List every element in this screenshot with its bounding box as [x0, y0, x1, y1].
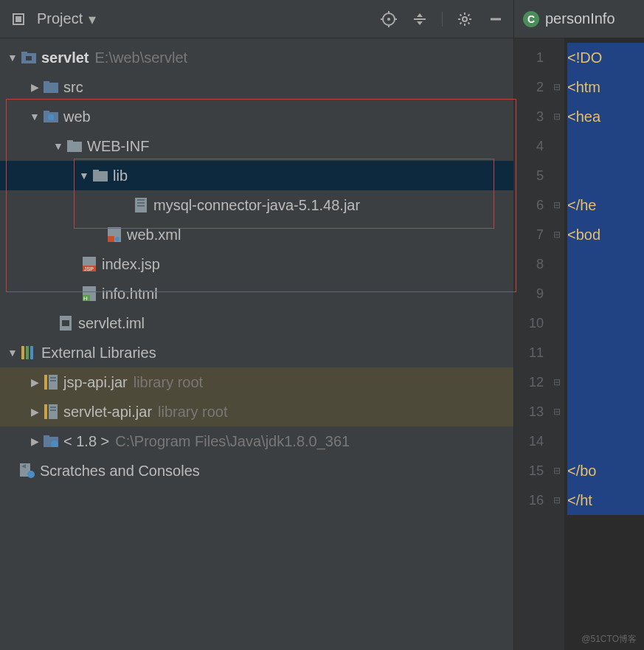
libraries-icon — [21, 345, 37, 361]
expand-icon[interactable] — [411, 10, 429, 28]
gear-icon[interactable] — [456, 10, 474, 28]
svg-text:H: H — [83, 295, 88, 301]
tree-indexjsp[interactable]: JSP index.jsp — [0, 249, 513, 279]
svg-marker-10 — [417, 21, 423, 25]
tree-scratches[interactable]: Scratches and Consoles — [0, 456, 513, 485]
svg-rect-42 — [30, 346, 33, 359]
watermark: @51CTO博客 — [581, 633, 637, 646]
library-root-label-2: library root — [158, 404, 227, 421]
minimize-icon[interactable] — [487, 10, 505, 28]
project-label: Project — [37, 10, 83, 27]
svg-text:JSP: JSP — [84, 266, 94, 272]
tree-webinf[interactable]: ▼ WEB-INF — [0, 131, 513, 161]
code-area[interactable]: <!DO <htm <hea </he <bod </bo </ht — [564, 38, 644, 650]
svg-rect-23 — [93, 171, 108, 181]
jar-lib-icon — [43, 404, 59, 420]
html-icon: H — [81, 286, 97, 302]
chevron-down-icon: ▼ — [52, 140, 65, 152]
tree-servletiml[interactable]: servlet.iml — [0, 308, 513, 338]
servletiml-label: servlet.iml — [78, 315, 145, 332]
svg-rect-49 — [50, 407, 56, 408]
editor-tabs: C personInfo — [514, 0, 644, 38]
svg-point-31 — [115, 237, 120, 241]
external-libs-label: External Libraries — [41, 345, 156, 362]
svg-rect-30 — [108, 236, 114, 242]
divider — [442, 12, 443, 27]
svg-rect-40 — [21, 346, 24, 359]
svg-rect-26 — [137, 199, 145, 201]
tree-external-libs[interactable]: ▼ External Libraries — [0, 338, 513, 367]
svg-rect-28 — [137, 205, 145, 207]
svg-point-56 — [27, 471, 35, 478]
folder-icon — [92, 167, 108, 184]
jar-icon — [133, 197, 149, 213]
jdk-path: C:\Program Files\Java\jdk1.8.0_361 — [115, 433, 350, 450]
chevron-right-icon: ▶ — [28, 81, 41, 93]
svg-point-3 — [387, 18, 390, 21]
scratches-label: Scratches and Consoles — [40, 463, 200, 480]
jsp-api-label: jsp-api.jar — [63, 374, 128, 391]
lib-label: lib — [113, 167, 128, 184]
tree-webxml[interactable]: web.xml — [0, 220, 513, 249]
chevron-right-icon: ▶ — [28, 406, 41, 418]
tree-jsp-api[interactable]: ▶ jsp-api.jar library root — [0, 367, 513, 397]
svg-point-20 — [48, 114, 54, 120]
fold-gutter: ⊟⊟⊟⊟⊟⊟⊟⊟ — [550, 38, 564, 650]
svg-rect-21 — [67, 142, 82, 152]
editor-panel: C personInfo 12345678910111213141516 ⊟⊟⊟… — [514, 0, 644, 650]
scratches-icon — [19, 463, 35, 479]
tree-jdk[interactable]: ▶ < 1.8 > C:\Program Files\Java\jdk1.8.0… — [0, 426, 513, 456]
svg-rect-43 — [44, 375, 47, 390]
tree-infohtml[interactable]: H info.html — [0, 279, 513, 308]
project-toolbar: Project ▾ — [0, 0, 513, 38]
module-icon — [21, 49, 37, 66]
tree-src[interactable]: ▶ src — [0, 72, 513, 102]
svg-rect-39 — [62, 320, 69, 326]
tree-servlet-api[interactable]: ▶ servlet-api.jar library root — [0, 397, 513, 426]
chevron-down-icon: ▼ — [6, 52, 19, 63]
svg-rect-50 — [50, 409, 56, 411]
svg-rect-15 — [26, 56, 32, 60]
folder-icon — [43, 79, 59, 95]
tree-root[interactable]: ▼ servlet E:\web\servlet — [0, 43, 513, 72]
svg-rect-1 — [15, 16, 21, 22]
tab-label[interactable]: personInfo — [545, 10, 615, 27]
web-label: web — [63, 108, 91, 125]
svg-rect-47 — [44, 404, 47, 419]
tree-web[interactable]: ▼ web — [0, 102, 513, 131]
project-selector[interactable]: Project ▾ — [9, 10, 96, 28]
chevron-down-icon: ▼ — [6, 347, 19, 359]
svg-rect-27 — [137, 202, 145, 204]
webxml-label: web.xml — [127, 227, 181, 243]
svg-rect-24 — [93, 170, 99, 173]
dropdown-arrow-icon: ▾ — [89, 10, 96, 28]
svg-rect-17 — [44, 81, 49, 84]
servlet-api-label: servlet-api.jar — [63, 404, 152, 421]
indexjsp-label: index.jsp — [102, 256, 160, 273]
jdk-label: < 1.8 > — [63, 433, 109, 450]
svg-rect-45 — [50, 377, 56, 378]
target-icon[interactable] — [380, 10, 398, 28]
jar-lib-icon — [43, 374, 59, 390]
infohtml-label: info.html — [102, 286, 158, 302]
tree-mysql-jar[interactable]: mysql-connector-java-5.1.48.jar — [0, 190, 513, 220]
svg-rect-19 — [44, 111, 49, 114]
project-icon — [10, 11, 27, 27]
code-editor[interactable]: 12345678910111213141516 ⊟⊟⊟⊟⊟⊟⊟⊟ <!DO <h… — [514, 38, 644, 650]
svg-rect-22 — [67, 140, 73, 143]
root-path: E:\web\servlet — [95, 49, 188, 66]
svg-rect-14 — [21, 52, 27, 55]
iml-icon — [58, 315, 74, 331]
class-icon: C — [523, 11, 539, 27]
svg-rect-46 — [50, 380, 56, 381]
web-folder-icon — [43, 108, 59, 125]
root-name: servlet — [41, 49, 89, 66]
jsp-icon: JSP — [81, 256, 97, 272]
svg-rect-52 — [44, 435, 49, 438]
svg-rect-41 — [26, 346, 29, 359]
webinf-label: WEB-INF — [87, 138, 149, 155]
tree-lib[interactable]: ▼ lib — [0, 161, 513, 190]
jdk-folder-icon — [43, 433, 59, 449]
svg-marker-9 — [417, 13, 423, 17]
project-panel: Project ▾ ▼ servlet E:\web\servl — [0, 0, 514, 650]
